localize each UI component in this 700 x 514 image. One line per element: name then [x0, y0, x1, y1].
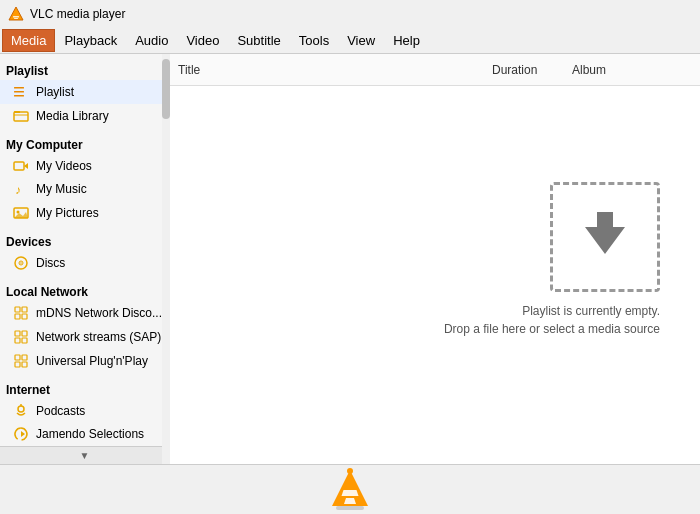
sidebar-item-discs[interactable]: Discs [0, 251, 169, 275]
menu-subtitle[interactable]: Subtitle [228, 29, 289, 52]
sidebar-item-jamendo[interactable]: Jamendo Selections [0, 422, 169, 446]
svg-marker-36 [344, 498, 356, 504]
vlc-cone-container [0, 465, 700, 514]
section-devices: Devices [0, 229, 169, 251]
menu-playback[interactable]: Playback [55, 29, 126, 52]
upnp-icon [12, 352, 30, 370]
title-bar: VLC media player [0, 0, 700, 28]
main-content: Playlist Playlist [0, 54, 700, 464]
svg-rect-1 [13, 16, 19, 18]
svg-point-38 [347, 468, 353, 474]
svg-rect-28 [15, 362, 20, 367]
my-videos-icon [12, 157, 30, 175]
section-internet: Internet [0, 377, 169, 399]
col-duration: Duration [492, 63, 572, 77]
sidebar-item-my-music[interactable]: ♪ My Music [0, 178, 169, 202]
drop-zone[interactable] [550, 182, 660, 292]
sidebar-wrapper: Playlist Playlist [0, 54, 170, 464]
svg-rect-18 [15, 307, 20, 312]
sidebar-scrollbar [162, 54, 170, 464]
sidebar-item-my-music-label: My Music [36, 182, 87, 196]
playlist-icon [12, 83, 30, 101]
svg-rect-37 [336, 506, 364, 510]
svg-rect-22 [15, 331, 20, 336]
svg-point-17 [20, 262, 22, 264]
playlist-header-row: Title Duration Album [170, 54, 700, 86]
sidebar-item-my-pictures[interactable]: My Pictures [0, 201, 169, 225]
section-my-computer: My Computer [0, 132, 169, 154]
svg-marker-32 [21, 431, 25, 437]
sidebar-item-jamendo-label: Jamendo Selections [36, 427, 144, 441]
sidebar: Playlist Playlist [0, 54, 170, 464]
svg-rect-4 [14, 91, 24, 93]
svg-text:♪: ♪ [15, 183, 21, 197]
sidebar-item-mdns-label: mDNS Network Disco... [36, 306, 162, 320]
network-streams-icon [12, 328, 30, 346]
bottom-bar [0, 464, 700, 514]
svg-rect-23 [22, 331, 27, 336]
sidebar-item-upnp[interactable]: Universal Plug'n'Play [0, 349, 169, 373]
svg-rect-5 [14, 95, 24, 97]
sidebar-scroll-down[interactable]: ▼ [0, 446, 169, 464]
svg-marker-14 [14, 212, 28, 218]
jamendo-icon [12, 425, 30, 443]
svg-rect-21 [22, 314, 27, 319]
col-album: Album [572, 63, 692, 77]
svg-rect-29 [22, 362, 27, 367]
media-library-icon [12, 107, 30, 125]
vlc-cone-logo [330, 468, 370, 512]
svg-rect-20 [15, 314, 20, 319]
sidebar-item-media-library[interactable]: Media Library [0, 104, 169, 128]
sidebar-item-upnp-label: Universal Plug'n'Play [36, 354, 148, 368]
svg-rect-3 [14, 87, 24, 89]
empty-line2: Drop a file here or select a media sourc… [444, 320, 660, 338]
sidebar-item-podcasts[interactable]: Podcasts [0, 399, 169, 423]
sidebar-scrollbar-thumb[interactable] [162, 59, 170, 119]
svg-marker-35 [342, 490, 359, 496]
empty-line1: Playlist is currently empty. [444, 302, 660, 320]
content-empty: Playlist is currently empty. Drop a file… [170, 86, 700, 464]
sidebar-item-network-streams-label: Network streams (SAP) [36, 330, 161, 344]
svg-rect-27 [22, 355, 27, 360]
svg-rect-7 [14, 111, 20, 113]
svg-rect-26 [15, 355, 20, 360]
svg-rect-6 [14, 112, 28, 121]
menu-video[interactable]: Video [177, 29, 228, 52]
menu-bar: Media Playback Audio Video Subtitle Tool… [0, 28, 700, 54]
sidebar-item-my-pictures-label: My Pictures [36, 206, 99, 220]
menu-audio[interactable]: Audio [126, 29, 177, 52]
svg-point-30 [18, 406, 24, 412]
vlc-icon [8, 6, 24, 22]
empty-text: Playlist is currently empty. Drop a file… [444, 302, 660, 338]
sidebar-item-network-streams[interactable]: Network streams (SAP) [0, 325, 169, 349]
menu-tools[interactable]: Tools [290, 29, 338, 52]
my-music-icon: ♪ [12, 180, 30, 198]
sidebar-item-my-videos[interactable]: My Videos [0, 154, 169, 178]
sidebar-item-mdns[interactable]: mDNS Network Disco... [0, 301, 169, 325]
content-panel: Title Duration Album Playlist is current… [170, 54, 700, 464]
drop-arrow-icon [570, 202, 640, 272]
menu-help[interactable]: Help [384, 29, 429, 52]
svg-rect-19 [22, 307, 27, 312]
sidebar-item-my-videos-label: My Videos [36, 159, 92, 173]
sidebar-item-playlist-label: Playlist [36, 85, 74, 99]
discs-icon [12, 254, 30, 272]
sidebar-item-media-library-label: Media Library [36, 109, 109, 123]
sidebar-item-podcasts-label: Podcasts [36, 404, 85, 418]
svg-rect-2 [14, 18, 18, 19]
menu-media[interactable]: Media [2, 29, 55, 52]
section-playlist: Playlist [0, 58, 169, 80]
mdns-icon [12, 304, 30, 322]
podcasts-icon [12, 402, 30, 420]
col-title: Title [178, 63, 492, 77]
sidebar-item-playlist[interactable]: Playlist [0, 80, 169, 104]
sidebar-item-discs-label: Discs [36, 256, 65, 270]
section-local-network: Local Network [0, 279, 169, 301]
menu-view[interactable]: View [338, 29, 384, 52]
svg-rect-25 [22, 338, 27, 343]
svg-marker-33 [585, 212, 625, 254]
svg-rect-24 [15, 338, 20, 343]
my-pictures-icon [12, 204, 30, 222]
title-bar-text: VLC media player [30, 7, 125, 21]
svg-rect-9 [14, 162, 24, 170]
